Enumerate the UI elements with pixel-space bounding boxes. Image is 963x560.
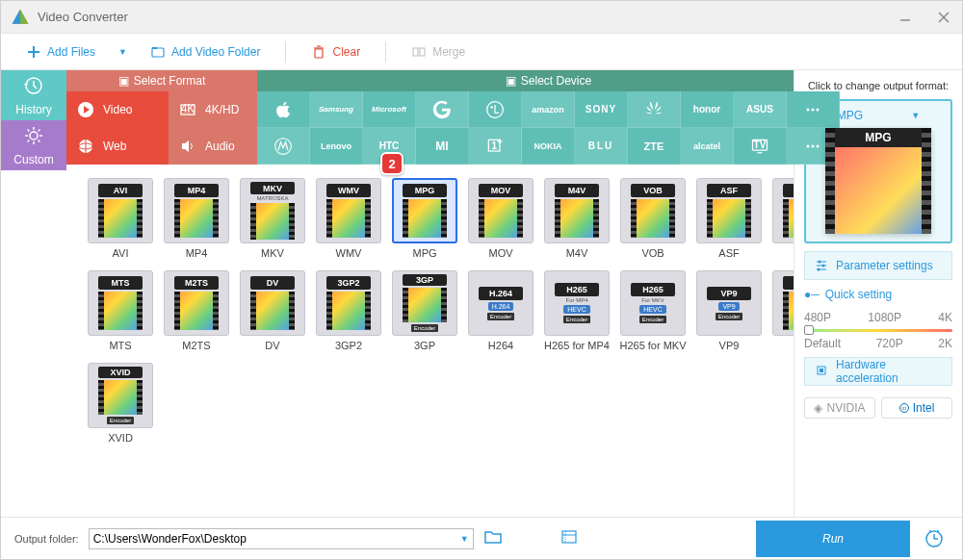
merge-button[interactable]: Merge (400, 39, 477, 64)
format-xvid[interactable]: XVIDEncoderXVID (84, 363, 157, 444)
format-m2ts[interactable]: M2TSM2TS (160, 270, 233, 351)
format-h265-for-mkv[interactable]: H265For MKVHEVCEncoderH265 for MKV (616, 270, 690, 351)
format-mov[interactable]: MOVMOV (464, 178, 537, 259)
device-lenovo[interactable]: Lenovo (310, 128, 363, 165)
format-dv[interactable]: DVDV (236, 270, 309, 351)
device-microsoft[interactable]: Microsoft (363, 91, 416, 128)
format-thumb: VOB (620, 178, 686, 243)
output-folder-path: C:\Users\WonderFox\Desktop (93, 532, 247, 546)
device-more[interactable] (787, 91, 840, 128)
clear-button[interactable]: Clear (299, 39, 372, 64)
format-thumb: H265For MP4HEVCEncoder (544, 270, 610, 336)
format-tab-audio[interactable]: Audio (169, 128, 257, 165)
format-label: MTS (109, 340, 131, 351)
format-tab-web[interactable]: Web (66, 128, 169, 165)
device-tv[interactable]: TV (734, 128, 787, 165)
device-xiaomi[interactable]: MI (416, 128, 469, 165)
format-asf[interactable]: ASFASF (692, 178, 766, 259)
slider-track[interactable] (804, 329, 952, 332)
browse-folder-button[interactable] (483, 529, 503, 547)
gpu-nvidia-badge[interactable]: ◈NVIDIA (804, 397, 875, 419)
chevron-down-icon[interactable]: ▼ (460, 534, 469, 544)
device-huawei[interactable] (628, 91, 681, 128)
sidebar-history-tab[interactable]: History (1, 70, 66, 120)
app-title: Video Converter (38, 10, 128, 24)
format-label: 3GP2 (335, 340, 362, 351)
format-thumb: DV (240, 270, 305, 336)
device-lg[interactable] (469, 91, 522, 128)
gear-icon (23, 125, 44, 149)
format-mpg[interactable]: MPGMPG (388, 178, 461, 259)
add-files-chevron[interactable]: ▼ (118, 47, 127, 57)
format-mp4[interactable]: MP4MP4 (160, 178, 233, 259)
format-tab-video[interactable]: Video (66, 91, 169, 128)
output-folder-input[interactable]: C:\Users\WonderFox\Desktop ▼ (89, 528, 474, 549)
format-mkv[interactable]: MKVMATROSKAMKV (236, 178, 309, 259)
device-nokia[interactable]: NOKIA (522, 128, 575, 165)
output-format-label: MPG (837, 109, 863, 122)
hw-label: Hardware acceleration (836, 358, 942, 385)
quality-slider[interactable]: 480P 1080P 4K Default 720P 2K (804, 311, 952, 349)
device-asus[interactable]: ASUS (734, 91, 787, 128)
select-device-label: Select Device (521, 74, 591, 88)
svg-line-24 (28, 140, 30, 141)
schedule-button[interactable] (920, 524, 949, 553)
format-label: 3GP (414, 340, 435, 351)
quick-setting-label: ●─ Quick setting (804, 288, 952, 301)
format-divx[interactable]: DIVXDIVX (768, 270, 794, 351)
device-htc[interactable]: HTC2 (363, 128, 416, 165)
format-label: WMV (336, 247, 362, 259)
device-zte[interactable]: ZTE (628, 128, 681, 165)
device-sony[interactable]: SONY (575, 91, 628, 128)
device-apple[interactable] (257, 91, 310, 128)
format-label: DV (265, 340, 279, 351)
format-thumb: M4V (544, 178, 610, 243)
format-ts[interactable]: TSTS (768, 178, 794, 259)
format-m4v[interactable]: M4VM4V (540, 178, 613, 259)
hardware-accel-button[interactable]: Hardware acceleration (804, 357, 952, 386)
close-button[interactable] (935, 9, 952, 26)
device-alcatel[interactable]: alcatel (681, 128, 734, 165)
format-vob[interactable]: VOBVOB (616, 178, 690, 259)
format-vp9[interactable]: VP9VP9EncoderVP9 (692, 270, 766, 351)
trash-icon (311, 44, 326, 60)
clear-label: Clear (332, 45, 360, 59)
open-folder-button[interactable] (560, 529, 580, 547)
svg-rect-10 (315, 49, 323, 58)
format-h264[interactable]: H.264H.264EncoderH264 (464, 270, 537, 351)
add-files-button[interactable]: Add Files (14, 39, 107, 64)
svg-point-52 (819, 260, 821, 263)
device-google[interactable] (416, 91, 469, 128)
svg-text:1: 1 (491, 140, 497, 150)
format-3gp2[interactable]: 3GP23GP2 (312, 270, 385, 351)
format-3gp[interactable]: 3GPEncoder3GP (388, 270, 461, 351)
device-blu[interactable]: BLU (575, 128, 628, 165)
run-button[interactable]: Run (756, 521, 910, 557)
format-avi[interactable]: AVIAVI (84, 178, 157, 259)
device-amazon[interactable]: amazon (522, 91, 575, 128)
format-mts[interactable]: MTSMTS (84, 270, 157, 351)
gpu-intel-badge[interactable]: inIntel (881, 397, 952, 419)
device-motorola[interactable] (257, 128, 310, 165)
device-honor[interactable]: honor (681, 91, 734, 128)
add-folder-button[interactable]: Add Video Folder (139, 39, 273, 64)
sidebar-custom-tab[interactable]: Custom (1, 120, 66, 170)
format-thumb: M2TS (164, 270, 229, 336)
format-tab-4k[interactable]: 4K 4K/HD (169, 91, 257, 128)
slider-handle[interactable] (804, 325, 814, 335)
svg-point-53 (822, 264, 825, 267)
output-format-thumb: MPG (825, 128, 931, 234)
format-h265-for-mp4[interactable]: H265For MP4HEVCEncoderH265 for MP4 (540, 270, 613, 351)
device-samsung[interactable]: Samsung (310, 91, 363, 128)
format-wmv[interactable]: WMVWMV (312, 178, 385, 259)
folder-icon (150, 44, 166, 60)
speaker-icon (178, 137, 197, 156)
format-thumb: XVIDEncoder (88, 363, 153, 428)
parameter-settings-button[interactable]: Parameter settings (804, 251, 952, 280)
toolbar-divider (285, 41, 286, 63)
output-format-header: Click to change output format: (804, 80, 952, 91)
format-label: M4V (566, 247, 588, 259)
minimize-button[interactable] (897, 9, 914, 26)
device-oneplus[interactable]: 1 (469, 128, 522, 165)
svg-line-23 (39, 129, 40, 131)
